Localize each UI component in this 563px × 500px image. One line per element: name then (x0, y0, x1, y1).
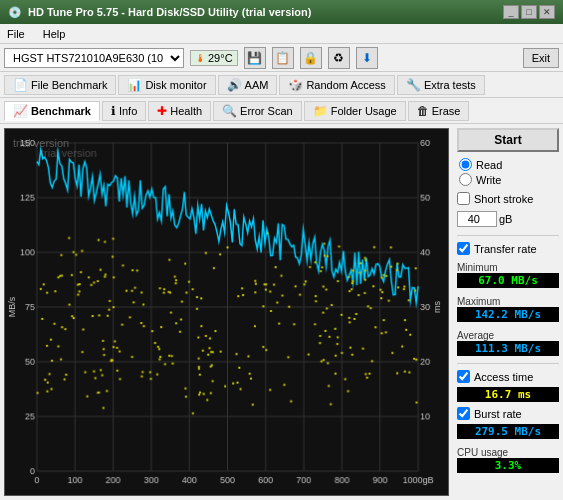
short-stroke-label: Short stroke (474, 193, 533, 205)
divider-1 (457, 235, 559, 236)
disk-monitor-icon: 📊 (127, 78, 142, 92)
spinbox-container: gB (457, 211, 559, 227)
burst-rate-label: Burst rate (474, 408, 522, 420)
read-write-group: Read Write (457, 156, 559, 188)
tab-error-scan[interactable]: 🔍 Error Scan (213, 101, 302, 121)
tabs-row2: 📈 Benchmark ℹ Info ✚ Health 🔍 Error Scan… (0, 98, 563, 124)
extra-tests-icon: 🔧 (406, 78, 421, 92)
erase-icon: 🗑 (417, 104, 429, 118)
tab-random-access[interactable]: 🎲 Random Access (279, 75, 394, 95)
toolbar-icon-3[interactable]: 🔒 (300, 47, 322, 69)
burst-rate-option[interactable]: Burst rate (457, 407, 559, 420)
side-panel: Start Read Write Short stroke gB Transfe… (453, 124, 563, 500)
title-bar-controls[interactable]: _ □ ✕ (503, 5, 555, 19)
chart-watermark: trial version (13, 137, 69, 149)
thermometer-icon: 🌡 (195, 52, 206, 64)
app-title: HD Tune Pro 5.75 - Hard Disk/SSD Utility… (28, 6, 311, 18)
write-radio[interactable] (459, 173, 472, 186)
spinbox-unit: gB (499, 213, 512, 225)
access-time-option[interactable]: Access time (457, 370, 559, 383)
maximum-section: Maximum 142.2 MB/s (457, 293, 559, 323)
title-bar: 💿 HD Tune Pro 5.75 - Hard Disk/SSD Utili… (0, 0, 563, 24)
tabs-row1: 📄 File Benchmark 📊 Disk monitor 🔊 AAM 🎲 … (0, 72, 563, 98)
read-radio[interactable] (459, 158, 472, 171)
file-benchmark-icon: 📄 (13, 78, 28, 92)
menu-bar: File Help (0, 24, 563, 44)
tab-disk-monitor[interactable]: 📊 Disk monitor (118, 75, 215, 95)
start-button[interactable]: Start (457, 128, 559, 152)
minimize-button[interactable]: _ (503, 5, 519, 19)
tab-info[interactable]: ℹ Info (102, 101, 146, 121)
toolbar-icon-4[interactable]: ♻ (328, 47, 350, 69)
maximum-label: Maximum (457, 296, 559, 307)
access-time-checkbox[interactable] (457, 370, 470, 383)
health-icon: ✚ (157, 104, 167, 118)
cpu-usage-section: CPU usage 3.3% (457, 444, 559, 474)
minimum-section: Minimum 67.0 MB/s (457, 259, 559, 289)
burst-rate-value: 279.5 MB/s (457, 424, 559, 439)
main-content: trial version Start Read Write Short str… (0, 124, 563, 500)
tab-health[interactable]: ✚ Health (148, 101, 211, 121)
tab-file-benchmark[interactable]: 📄 File Benchmark (4, 75, 116, 95)
transfer-rate-checkbox[interactable] (457, 242, 470, 255)
minimum-label: Minimum (457, 262, 559, 273)
read-label: Read (476, 159, 502, 171)
info-icon: ℹ (111, 104, 116, 118)
folder-usage-icon: 📁 (313, 104, 328, 118)
app-icon: 💿 (8, 6, 22, 19)
aam-icon: 🔊 (227, 78, 242, 92)
tab-erase[interactable]: 🗑 Erase (408, 101, 470, 121)
error-scan-icon: 🔍 (222, 104, 237, 118)
tab-benchmark[interactable]: 📈 Benchmark (4, 101, 100, 121)
tab-aam[interactable]: 🔊 AAM (218, 75, 278, 95)
spinbox-input[interactable] (457, 211, 497, 227)
divider-2 (457, 363, 559, 364)
average-label: Average (457, 330, 559, 341)
maximum-value: 142.2 MB/s (457, 307, 559, 322)
random-access-icon: 🎲 (288, 78, 303, 92)
average-section: Average 111.3 MB/s (457, 327, 559, 357)
benchmark-icon: 📈 (13, 104, 28, 118)
tab-folder-usage[interactable]: 📁 Folder Usage (304, 101, 406, 121)
tab-extra-tests[interactable]: 🔧 Extra tests (397, 75, 485, 95)
write-option[interactable]: Write (459, 173, 557, 186)
write-label: Write (476, 174, 501, 186)
toolbar-icon-2[interactable]: 📋 (272, 47, 294, 69)
access-time-label: Access time (474, 371, 533, 383)
temperature-badge: 🌡 29°C (190, 50, 238, 66)
benchmark-chart (5, 129, 448, 495)
title-bar-left: 💿 HD Tune Pro 5.75 - Hard Disk/SSD Utili… (8, 6, 311, 19)
exit-button[interactable]: Exit (523, 48, 559, 68)
access-time-value: 16.7 ms (457, 387, 559, 402)
cpu-usage-label: CPU usage (457, 447, 559, 458)
maximize-button[interactable]: □ (521, 5, 537, 19)
toolbar: HGST HTS721010A9E630 (1000 gB) 🌡 29°C 💾 … (0, 44, 563, 72)
short-stroke-checkbox[interactable] (457, 192, 470, 205)
transfer-rate-option[interactable]: Transfer rate (457, 242, 559, 255)
read-option[interactable]: Read (459, 158, 557, 171)
average-value: 111.3 MB/s (457, 341, 559, 356)
toolbar-icon-1[interactable]: 💾 (244, 47, 266, 69)
menu-help[interactable]: Help (40, 27, 69, 41)
close-button[interactable]: ✕ (539, 5, 555, 19)
short-stroke-option[interactable]: Short stroke (457, 192, 559, 205)
temperature-value: 29°C (208, 52, 233, 64)
minimum-value: 67.0 MB/s (457, 273, 559, 288)
chart-area: trial version (4, 128, 449, 496)
drive-select[interactable]: HGST HTS721010A9E630 (1000 gB) (4, 48, 184, 68)
cpu-usage-value: 3.3% (457, 458, 559, 473)
toolbar-icon-download[interactable]: ⬇ (356, 47, 378, 69)
transfer-rate-label: Transfer rate (474, 243, 537, 255)
menu-file[interactable]: File (4, 27, 28, 41)
burst-rate-checkbox[interactable] (457, 407, 470, 420)
